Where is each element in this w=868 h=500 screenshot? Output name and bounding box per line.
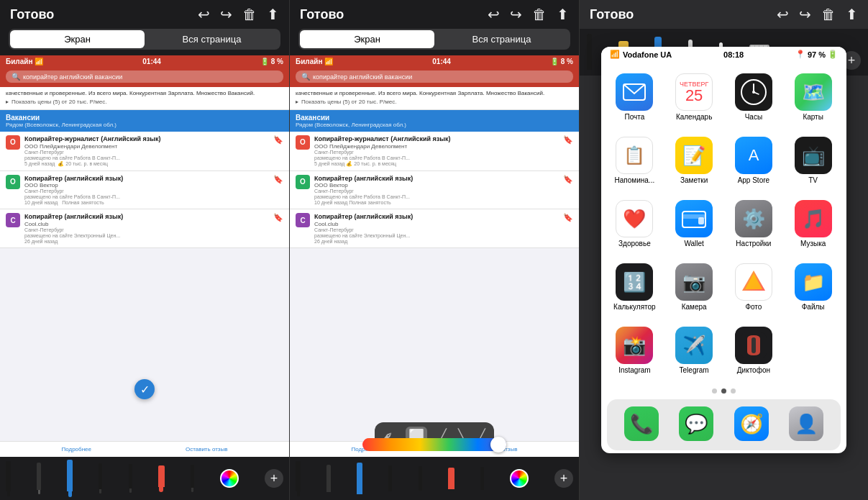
mid-job-item-2[interactable]: О Копирайтер (английский язык) ООО Векто… <box>290 171 579 210</box>
dock-phone[interactable]: 📞 <box>621 404 662 446</box>
fab-button[interactable]: ✓ <box>134 379 155 399</box>
search-box[interactable]: 🔍 копирайтер английский вакансии <box>6 71 283 83</box>
mid-pen-tool-4[interactable] <box>388 465 392 491</box>
review-link[interactable]: Оставить отзыв <box>186 446 228 453</box>
eraser-slider[interactable] <box>362 438 506 451</box>
mid-job-item-1[interactable]: О Копирайтер-журналист (Английский язык)… <box>290 132 579 171</box>
ios-app-health[interactable]: ❤️ Здоровье <box>605 196 664 259</box>
left-phone-area: Билайн 📶 01:44 🔋 8 % 🔍 копирайтер англий… <box>0 55 289 457</box>
mid-search-icon: 🔍 <box>301 73 310 81</box>
right-trash-icon[interactable]: 🗑 <box>821 6 836 23</box>
mid-title: Готово <box>300 7 344 22</box>
mid-job-content: качественные и проверенные. Из всего мир… <box>290 87 579 457</box>
bookmark-icon-2[interactable]: 🔖 <box>273 175 283 184</box>
ios-app-music[interactable]: 🎵 Музыка <box>783 196 843 259</box>
mid-pen-tool-3[interactable] <box>357 463 362 494</box>
ios-app-clock[interactable]: Часы <box>724 69 784 132</box>
detail-link[interactable]: Подробнее <box>61 446 91 453</box>
mid-segment-fullpage[interactable]: Вся страница <box>434 30 569 48</box>
ios-app-camera[interactable]: 📷 Камера <box>664 259 724 322</box>
pen-tool-3[interactable] <box>67 460 73 497</box>
right-title: Готово <box>590 7 634 22</box>
pen-tool-4[interactable] <box>99 463 102 494</box>
ios-app-mail[interactable]: Почта <box>605 69 664 132</box>
ios-app-tv[interactable]: 📺 TV <box>783 132 843 196</box>
mid-job-avatar-3: C <box>296 213 310 227</box>
job-info-1: Копирайтер-журналист (Английский язык) О… <box>24 135 269 167</box>
mid-share-icon[interactable]: ⬆ <box>557 6 569 23</box>
bookmark-icon-3[interactable]: 🔖 <box>273 213 283 222</box>
mid-pen-tool-1[interactable] <box>296 461 301 496</box>
bookmark-icon-1[interactable]: 🔖 <box>273 135 283 145</box>
ios-app-settings[interactable]: ⚙️ Настройки <box>724 196 784 259</box>
job-location-3: Санкт-Петербург <box>24 227 269 232</box>
ios-app-dictaphone[interactable]: Диктофон <box>724 322 784 386</box>
mid-wifi-icon: 📶 <box>324 58 333 65</box>
mid-phone-status: Билайн 📶 01:44 🔋 8 % <box>290 55 579 68</box>
color-wheel[interactable] <box>220 469 239 488</box>
dock-contacts-icon: 👤 <box>789 406 823 441</box>
promo-text: качественные и проверенные. Из всего мир… <box>6 90 255 96</box>
mid-undo-icon[interactable]: ↩ <box>488 6 500 23</box>
mid-bookmark-3[interactable]: 🔖 <box>563 213 573 222</box>
redo-icon[interactable]: ↪ <box>220 6 232 23</box>
mid-job-item-3[interactable]: C Копирайтер (английский язык) Cool.club… <box>290 209 579 248</box>
trash-icon[interactable]: 🗑 <box>242 6 257 23</box>
undo-icon[interactable]: ↩ <box>198 6 210 23</box>
pen-tool-2[interactable] <box>37 463 41 494</box>
job-item-3[interactable]: C Копирайтер (английский язык) Cool.club… <box>0 209 289 248</box>
right-share-icon[interactable]: ⬆ <box>846 6 858 23</box>
mid-pen-tool-2[interactable] <box>326 465 331 492</box>
dot-3[interactable] <box>731 388 736 394</box>
ios-app-reminders[interactable]: 📋 Напомина... <box>605 132 664 196</box>
right-undo-icon[interactable]: ↩ <box>777 6 789 23</box>
mid-redo-icon[interactable]: ↪ <box>510 6 522 23</box>
mid-promo-text: качественные и проверенные. Из всего мир… <box>296 90 544 96</box>
ios-app-wallet[interactable]: Wallet <box>664 196 724 259</box>
dot-1[interactable] <box>712 388 717 394</box>
ios-app-notes[interactable]: 📝 Заметки <box>664 132 724 196</box>
ios-app-maps[interactable]: 🗺️ Карты <box>783 69 843 132</box>
add-tool-button[interactable]: + <box>265 469 283 488</box>
ios-app-files[interactable]: 📁 Файлы <box>783 259 843 322</box>
maps-icon: 🗺️ <box>795 73 832 111</box>
job-item-1[interactable]: О Копирайтер-журналист (Английский язык)… <box>0 132 289 171</box>
ios-app-appstore[interactable]: A App Store <box>724 132 784 196</box>
ios-app-calendar[interactable]: Четверг 25 Календарь <box>664 69 724 132</box>
mid-add-tool-button[interactable]: + <box>554 469 573 488</box>
health-label: Здоровье <box>618 240 651 247</box>
segment-screen[interactable]: Экран <box>10 30 145 48</box>
dictaphone-label: Диктофон <box>737 366 770 374</box>
dock-contacts[interactable]: 👤 <box>786 404 826 446</box>
dot-2[interactable] <box>721 388 726 394</box>
right-pen-1[interactable] <box>587 30 592 70</box>
dock-safari[interactable]: 🧭 <box>731 404 772 446</box>
ios-app-calculator[interactable]: 🔢 Калькулятор <box>605 259 664 322</box>
mid-bookmark-1[interactable]: 🔖 <box>563 135 573 145</box>
ios-app-photos[interactable]: Фото <box>724 259 784 322</box>
pen-tool-1[interactable] <box>6 461 11 496</box>
mid-pen-tool-5[interactable] <box>419 466 422 491</box>
mid-pen-tool-7[interactable] <box>480 467 484 490</box>
ios-app-instagram[interactable]: 📸 Instagram <box>605 322 664 386</box>
right-redo-icon[interactable]: ↪ <box>799 6 811 23</box>
ios-app-telegram[interactable]: ✈️ Telegram <box>664 322 724 386</box>
segment-fullpage[interactable]: Вся страница <box>145 30 279 48</box>
mid-job-list: О Копирайтер-журналист (Английский язык)… <box>290 132 579 425</box>
mid-trash-icon[interactable]: 🗑 <box>532 6 547 23</box>
mid-segment-screen[interactable]: Экран <box>300 30 434 48</box>
mid-color-wheel[interactable] <box>510 469 529 488</box>
mid-search-box[interactable]: 🔍 копирайтер английский вакансии <box>296 71 573 83</box>
ios-carrier: Vodafone UA <box>623 50 672 59</box>
mid-bookmark-2[interactable]: 🔖 <box>563 175 573 184</box>
dock-messages[interactable]: 💬 <box>676 404 716 446</box>
pen-tool-7[interactable] <box>191 465 194 492</box>
job-title-1: Копирайтер-журналист (Английский язык) <box>24 135 269 143</box>
slider-thumb[interactable] <box>490 437 506 453</box>
share-icon[interactable]: ⬆ <box>267 6 279 23</box>
carrier-label: Билайн <box>6 58 32 65</box>
job-item-2[interactable]: О Копирайтер (английский язык) ООО Векто… <box>0 171 289 210</box>
mid-pen-tool-6[interactable] <box>448 468 454 489</box>
pen-tool-5[interactable] <box>129 464 132 493</box>
pen-tool-6[interactable] <box>158 465 165 492</box>
